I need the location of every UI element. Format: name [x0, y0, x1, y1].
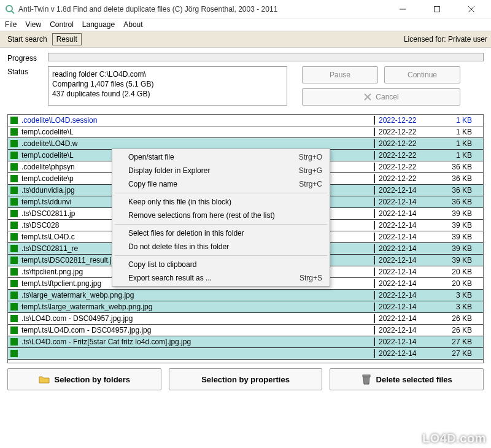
row-marker — [10, 338, 18, 346]
continue-button[interactable]: Continue — [384, 66, 460, 83]
context-menu-item[interactable]: Keep only this file (in this block) — [114, 195, 328, 209]
menu-control[interactable]: Control — [50, 20, 74, 29]
row-marker — [10, 257, 18, 264]
context-menu-item[interactable]: Do not delete files in this folder — [114, 240, 328, 253]
row-marker — [10, 187, 18, 194]
file-size: 1 KB — [433, 116, 483, 125]
file-name: .codelite\LO4D.session — [21, 116, 374, 125]
row-marker — [10, 245, 18, 252]
row-marker — [10, 152, 18, 159]
menu-about[interactable]: About — [123, 20, 142, 29]
menu-separator — [115, 193, 327, 193]
file-date: 2022-12-22 — [374, 116, 433, 125]
file-size: 39 KB — [433, 244, 483, 253]
file-date: 2022-12-14 — [374, 244, 433, 253]
row-marker — [10, 268, 18, 276]
row-marker — [10, 198, 18, 206]
pause-button[interactable]: Pause — [302, 66, 378, 83]
toolbar: Start search Result Licensed for: Privat… — [0, 31, 491, 48]
delete-selected-button[interactable]: Delete selected files — [330, 368, 484, 390]
table-row[interactable]: temp\.ts\LO4D.com - DSC04957.jpg.jpg2022… — [8, 325, 483, 336]
selection-by-folders-button[interactable]: Selection by folders — [7, 368, 161, 390]
progress-bar — [48, 53, 484, 61]
table-row[interactable]: .ts\LO4D.com - Fritz[5star Cat fritz lo4… — [8, 336, 483, 348]
cancel-icon — [363, 93, 372, 101]
file-date: 2022-12-22 — [374, 163, 433, 171]
context-menu-item[interactable]: Display folder in ExplorerStrg+G — [114, 164, 328, 177]
row-marker — [10, 233, 18, 241]
file-date: 2022-12-14 — [374, 186, 433, 195]
file-date: 2022-12-14 — [374, 209, 433, 218]
file-name: .ts\LO4D.com - Fritz[5star Cat fritz lo4… — [21, 338, 374, 346]
row-marker — [10, 292, 18, 299]
file-size: 1 KB — [433, 128, 483, 136]
file-date: 2022-12-14 — [374, 291, 433, 299]
titlebar: Anti-Twin v 1.8d Find and delete duplica… — [0, 0, 491, 18]
tab-start-search[interactable]: Start search — [4, 34, 51, 45]
file-date: 2022-12-14 — [374, 326, 433, 334]
file-date: 2022-12-14 — [374, 198, 433, 206]
file-size: 1 KB — [433, 139, 483, 148]
row-marker — [10, 128, 18, 136]
tab-result[interactable]: Result — [52, 33, 82, 45]
context-menu-item[interactable]: Select files for deletion in this folder — [114, 226, 328, 240]
window-title: Anti-Twin v 1.8d Find and delete duplica… — [18, 5, 390, 14]
close-button[interactable] — [459, 3, 484, 15]
context-menu: Open/start fileStrg+ODisplay folder in E… — [112, 149, 330, 287]
trash-icon — [361, 374, 371, 385]
menu-separator — [115, 224, 327, 225]
file-name: temp\.ts\large_watermark_webp.png.jpg — [21, 303, 374, 311]
table-row[interactable]: temp\.ts\large_watermark_webp.png.jpg202… — [8, 301, 483, 313]
menu-separator — [115, 255, 327, 256]
file-date: 2022-12-14 — [374, 221, 433, 230]
context-menu-item[interactable]: Copy list to clipboard — [114, 258, 328, 271]
file-date: 2022-12-14 — [374, 349, 433, 358]
minimize-button[interactable] — [390, 3, 415, 15]
file-name: temp\.codelite\L — [21, 128, 374, 136]
context-menu-item[interactable]: Copy file nameStrg+C — [114, 177, 328, 191]
table-row[interactable]: .codelite\LO4D.session2022-12-221 KB — [8, 115, 483, 126]
file-date: 2022-12-22 — [374, 151, 433, 160]
maximize-button[interactable] — [425, 3, 449, 15]
svg-rect-3 — [435, 6, 440, 12]
row-marker — [10, 117, 18, 124]
file-date: 2022-12-22 — [374, 128, 433, 136]
table-row[interactable]: .ts\large_watermark_webp.png.jpg2022-12-… — [8, 290, 483, 301]
file-size: 36 KB — [433, 163, 483, 171]
file-size: 39 KB — [433, 256, 483, 265]
menubar: File View Control Language About — [0, 18, 491, 31]
file-size: 27 KB — [433, 338, 483, 346]
row-marker — [10, 303, 18, 311]
file-size: 39 KB — [433, 209, 483, 218]
svg-rect-8 — [363, 375, 370, 377]
file-name: .ts\LO4D.com - DSC04957.jpg.jpg — [21, 314, 374, 323]
table-row[interactable]: temp\.codelite\L2022-12-221 KB — [8, 126, 483, 138]
row-marker — [10, 315, 18, 322]
file-size: 36 KB — [433, 174, 483, 183]
selection-by-properties-button[interactable]: Selection by properties — [169, 368, 323, 390]
file-date: 2022-12-14 — [374, 279, 433, 288]
table-row[interactable]: .ts\LO4D.com - DSC04957.jpg.jpg2022-12-1… — [8, 313, 483, 325]
file-date: 2022-12-22 — [374, 139, 433, 148]
table-row[interactable]: 2022-12-1427 KB — [8, 348, 483, 360]
cancel-button[interactable]: Cancel — [302, 88, 460, 106]
context-menu-item[interactable]: Remove selections from here (rest of the… — [114, 209, 328, 222]
status-text: reading folder C:\LO4D.com\ Comparing 1,… — [48, 66, 287, 106]
file-size: 36 KB — [433, 198, 483, 206]
file-size: 1 KB — [433, 151, 483, 160]
menu-language[interactable]: Language — [82, 20, 115, 29]
svg-line-1 — [11, 10, 14, 14]
context-menu-item[interactable]: Export search result as ...Strg+S — [114, 271, 328, 285]
context-menu-item[interactable]: Open/start fileStrg+O — [114, 150, 328, 164]
menu-view[interactable]: View — [25, 20, 41, 29]
file-name: .codelite\LO4D.w — [21, 139, 374, 148]
row-marker — [10, 175, 18, 182]
app-icon — [5, 4, 15, 14]
row-marker — [10, 350, 18, 357]
row-marker — [10, 280, 18, 287]
file-name: .ts\large_watermark_webp.png.jpg — [21, 291, 374, 299]
menu-file[interactable]: File — [5, 20, 17, 29]
file-date: 2022-12-14 — [374, 256, 433, 265]
file-date: 2022-12-22 — [374, 174, 433, 183]
file-size: 3 KB — [433, 291, 483, 299]
